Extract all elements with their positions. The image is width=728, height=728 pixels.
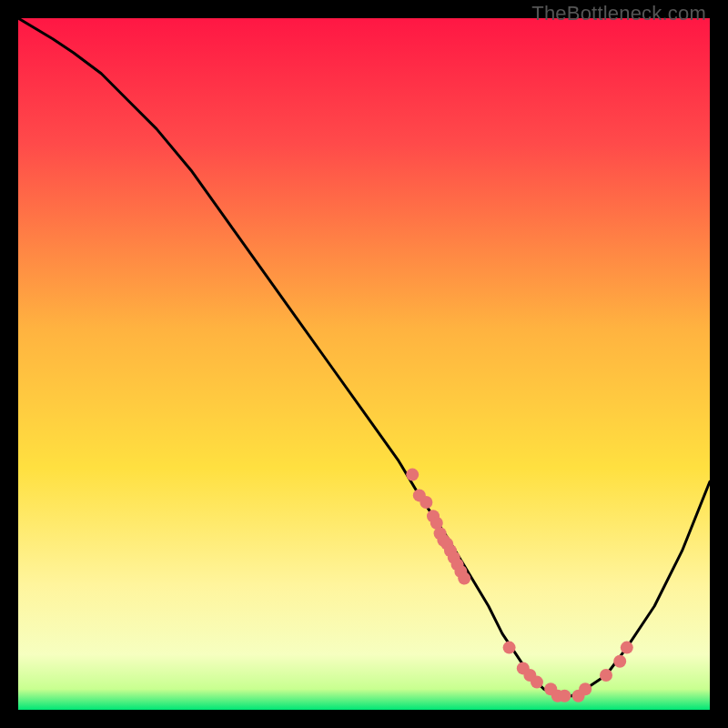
- data-point-marker: [458, 572, 470, 585]
- chart-frame: [18, 18, 710, 710]
- data-point-marker: [613, 655, 626, 668]
- data-point-marker: [406, 469, 419, 481]
- data-point-marker: [600, 669, 612, 682]
- chart-svg: [18, 18, 710, 710]
- data-point-marker: [558, 690, 571, 703]
- data-point-marker: [531, 676, 543, 689]
- data-point-marker: [503, 642, 516, 654]
- data-point-marker: [621, 642, 633, 654]
- data-point-marker: [579, 682, 592, 695]
- gradient-background: [18, 18, 710, 710]
- watermark-text: TheBottleneck.com: [531, 2, 706, 25]
- data-point-marker: [420, 496, 432, 509]
